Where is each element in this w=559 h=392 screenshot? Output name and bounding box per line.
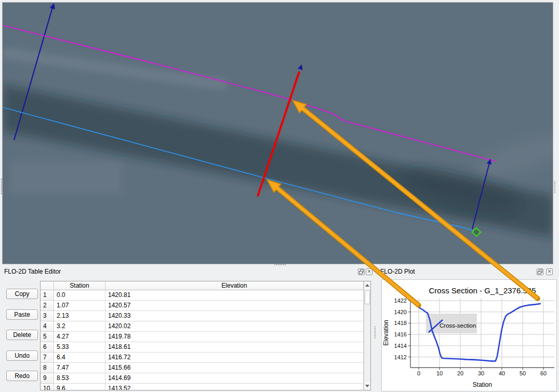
elevation-cell[interactable]: 1418.61 <box>105 342 364 353</box>
panel-splitter-handle[interactable] <box>374 326 376 339</box>
left-splitter-handle[interactable] <box>0 179 2 194</box>
row-number-cell[interactable]: 2 <box>41 301 54 311</box>
row-number-cell[interactable]: 4 <box>41 321 54 332</box>
elevation-cell[interactable]: 1415.66 <box>105 363 364 373</box>
redo-button[interactable]: Redo <box>6 371 38 381</box>
table-row: 87.471415.66 <box>41 363 364 373</box>
row-number-cell[interactable]: 10 <box>41 384 54 390</box>
plot-close-button[interactable]: ✕ <box>546 268 553 275</box>
svg-text:Cross-section: Cross-section <box>440 322 476 329</box>
row-number-cell[interactable]: 1 <box>41 290 54 301</box>
svg-text:1422: 1422 <box>394 298 407 304</box>
table-row: 65.331418.61 <box>41 342 364 353</box>
table-row: 43.21420.02 <box>41 321 364 332</box>
table-row: 21.071420.57 <box>41 301 364 311</box>
station-cell[interactable]: 6.4 <box>54 353 105 363</box>
delete-button[interactable]: Delete <box>6 330 38 340</box>
elevation-cell[interactable]: 1420.57 <box>105 301 364 311</box>
station-cell[interactable]: 4.27 <box>54 332 105 342</box>
table-header-row: Station Elevation <box>41 281 364 290</box>
map-drawing <box>3 3 553 264</box>
svg-text:40: 40 <box>499 370 505 376</box>
table-row: 76.41416.72 <box>41 353 364 363</box>
svg-text:Station: Station <box>473 381 492 388</box>
scrollbar-thumb[interactable] <box>365 290 370 304</box>
station-cell[interactable]: 1.07 <box>54 301 105 311</box>
elevation-cell[interactable]: 1416.72 <box>105 353 364 363</box>
undo-button[interactable]: Undo <box>6 350 38 361</box>
table-row: 32.131420.33 <box>41 311 364 321</box>
svg-text:1420: 1420 <box>394 309 407 315</box>
cross-section-plot[interactable]: 0102030405060141214141416141814201422Cro… <box>381 279 557 391</box>
svg-text:20: 20 <box>457 370 463 376</box>
elevation-cell[interactable]: 1420.81 <box>105 290 364 301</box>
svg-text:60: 60 <box>540 370 547 376</box>
table-scrollbar[interactable] <box>364 281 370 390</box>
close-icon: ✕ <box>548 269 552 274</box>
station-elevation-table[interactable]: Station Elevation 10.01420.8121.071420.5… <box>40 281 371 390</box>
right-splitter-handle[interactable] <box>553 180 555 194</box>
scroll-down-button[interactable] <box>364 382 370 390</box>
station-column-header[interactable]: Station <box>54 281 105 290</box>
cross-section-chart: 0102030405060141214141416141814201422Cro… <box>382 280 556 391</box>
svg-text:0: 0 <box>417 370 420 376</box>
row-number-cell[interactable]: 3 <box>41 311 54 321</box>
station-cell[interactable]: 3.2 <box>54 321 105 332</box>
row-number-cell[interactable]: 8 <box>41 363 54 373</box>
svg-text:Elevation: Elevation <box>382 320 390 345</box>
station-cell[interactable]: 7.47 <box>54 363 105 373</box>
row-number-cell[interactable]: 5 <box>41 332 54 342</box>
svg-text:1412: 1412 <box>394 354 407 360</box>
plot-panel-title: FLO-2D Plot <box>380 268 415 275</box>
elevation-cell[interactable]: 1420.02 <box>105 321 364 332</box>
paste-button[interactable]: Paste <box>6 309 38 320</box>
elevation-cell[interactable]: 1420.33 <box>105 311 364 321</box>
close-icon: ✕ <box>367 269 371 274</box>
table-row: 98.531414.69 <box>41 373 364 384</box>
station-cell[interactable]: 2.13 <box>54 311 105 321</box>
map-canvas[interactable] <box>2 2 553 264</box>
copy-button[interactable]: Copy <box>6 289 38 299</box>
svg-text:1418: 1418 <box>394 320 407 326</box>
table-editor-close-button[interactable]: ✕ <box>366 268 372 275</box>
svg-text:10: 10 <box>436 370 443 376</box>
scroll-up-button[interactable] <box>364 281 370 289</box>
table-row: 109.61413.52 <box>41 384 364 390</box>
elevation-cell[interactable]: 1414.69 <box>105 373 364 384</box>
station-cell[interactable]: 8.53 <box>54 373 105 384</box>
table-editor-float-button[interactable] <box>358 268 365 275</box>
table-row: 54.271419.78 <box>41 332 364 342</box>
plot-float-button[interactable] <box>537 268 543 275</box>
station-cell[interactable]: 0.0 <box>54 290 105 301</box>
table-row: 10.01420.81 <box>41 290 364 301</box>
svg-text:1414: 1414 <box>394 343 407 349</box>
elevation-cell[interactable]: 1419.78 <box>105 332 364 342</box>
svg-text:50: 50 <box>520 370 526 376</box>
float-restore-icon <box>359 269 364 274</box>
bottom-splitter-handle[interactable] <box>274 263 286 265</box>
row-number-cell[interactable]: 7 <box>41 353 54 363</box>
float-restore-icon <box>538 269 542 274</box>
row-number-cell[interactable]: 9 <box>41 373 54 384</box>
triangle-up-icon <box>365 284 369 287</box>
table-editor-title: FLO-2D Table Editor <box>4 268 61 275</box>
svg-text:Cross Section - G_1_2376.535: Cross Section - G_1_2376.535 <box>429 286 536 295</box>
svg-text:1416: 1416 <box>394 331 407 337</box>
row-number-cell[interactable]: 6 <box>41 342 54 353</box>
elevation-cell[interactable]: 1413.52 <box>105 384 364 390</box>
triangle-down-icon <box>365 385 369 387</box>
elevation-column-header[interactable]: Elevation <box>105 281 364 290</box>
station-cell[interactable]: 9.6 <box>54 384 105 390</box>
svg-text:30: 30 <box>478 370 484 376</box>
corner-header-cell[interactable] <box>41 281 54 290</box>
station-cell[interactable]: 5.33 <box>54 342 105 353</box>
